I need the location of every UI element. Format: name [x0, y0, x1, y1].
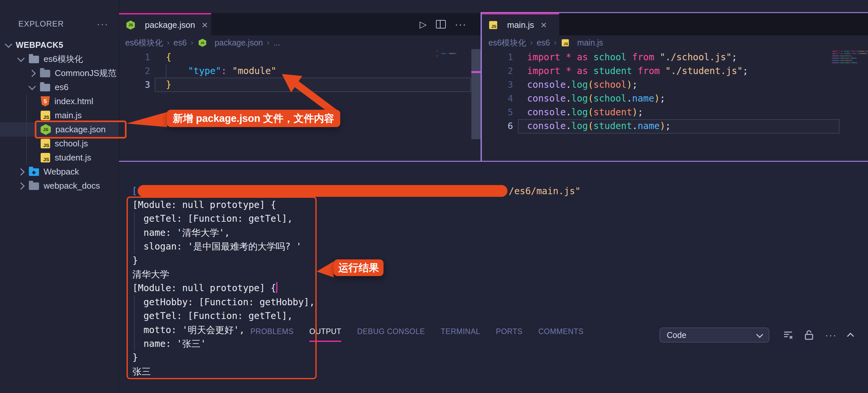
breadcrumb-item[interactable]: ... [273, 38, 280, 47]
tree-item-es6-[interactable]: es6模块化 [0, 52, 119, 66]
code-line: { [166, 51, 276, 64]
tab-label: main.js [507, 20, 534, 30]
breadcrumb-item[interactable]: es6 [174, 38, 187, 47]
code-line: console.log(student.name); [527, 119, 748, 133]
explorer-title: EXPLORER [18, 19, 64, 29]
breadcrumb-item[interactable]: JSmain.js [561, 38, 603, 47]
code-line: console.log(school); [527, 78, 748, 92]
run-icon[interactable]: ▷ [420, 19, 427, 30]
breadcrumb-item[interactable]: JSpackage.json [197, 37, 263, 48]
panel-tab-comments[interactable]: COMMENTS [538, 327, 584, 342]
folder-open-icon [29, 55, 39, 63]
clear-output-icon[interactable] [783, 330, 793, 340]
close-icon[interactable]: × [540, 19, 547, 31]
tree-item-label: Webpack [43, 167, 79, 177]
output-line: 清华大学 [132, 268, 315, 281]
panel-more-icon[interactable]: ··· [825, 329, 837, 340]
vscode-window: EXPLORER ··· WEBPACK5es6模块化CommonJS规范es6… [0, 0, 868, 393]
split-editor-icon[interactable] [436, 20, 446, 29]
code-line: import * as student from "./student.js"; [527, 64, 748, 78]
breadcrumb-separator: › [554, 38, 557, 47]
breadcrumb-item[interactable]: es6 [536, 38, 550, 47]
explorer-header: EXPLORER ··· [0, 17, 119, 31]
output-script-path: /es6/main.js" [509, 186, 581, 197]
chevron-right-icon [29, 69, 36, 77]
panel-controls: Code ··· [659, 327, 853, 342]
line-number: 3 [482, 78, 513, 92]
tree-item-webpack[interactable]: ◆Webpack [0, 165, 119, 179]
editor-actions: ▷ ··· [420, 13, 467, 35]
folder-icon [29, 182, 39, 190]
annotation-rect-package-json [35, 121, 127, 138]
minimap[interactable]: { "type": "module"} [437, 50, 456, 57]
chevron-down-icon [756, 331, 763, 338]
output-line: getTel: [Function: getTel], [132, 309, 315, 323]
scrollbar-modified-marker [471, 71, 480, 73]
chevron-up-icon[interactable] [847, 332, 854, 339]
output-line: getHobby: [Function: getHobby], [132, 295, 315, 309]
node-icon: JS [199, 39, 206, 47]
breadcrumb: es6模块化›es6›JSmain.js [488, 35, 603, 50]
tree-item-label: es6 [55, 82, 68, 92]
js-icon: JS [561, 39, 569, 46]
tree-item-es6[interactable]: es6 [0, 80, 119, 94]
output-channel-dropdown[interactable]: Code [659, 327, 769, 342]
editor-main-js[interactable]: import * as school from "./school.js";im… [527, 51, 748, 133]
tree-item-webpack_docs[interactable]: webpack_docs [0, 179, 119, 193]
chevron-right-icon [18, 182, 25, 190]
output-line: [Module: null prototype] { [132, 198, 315, 212]
breadcrumb-separator: › [267, 38, 270, 47]
output-line: slogan: '是中国最难考的大学吗? ' [132, 240, 315, 254]
line-number: 3 [119, 78, 150, 92]
breadcrumb-item[interactable]: es6模块化 [488, 37, 526, 48]
dropdown-value: Code [667, 330, 757, 340]
minimap[interactable]: import * as school from "./school.js";im… [832, 50, 868, 64]
tab-label: package.json [145, 20, 195, 30]
file-note-pointer [127, 112, 167, 127]
breadcrumb-separator: › [167, 38, 169, 47]
code-line: } [166, 78, 276, 92]
line-number: 1 [482, 51, 513, 64]
breadcrumb-item[interactable]: es6模块化 [125, 37, 163, 48]
tree-indent-guide [26, 94, 27, 165]
panel-top-border[interactable] [119, 161, 868, 162]
tree-item-label: main.js [55, 110, 82, 121]
output-line: name: '清华大学', [132, 226, 315, 240]
tab-main-js[interactable]: JS main.js × [482, 13, 559, 35]
tab-package-json[interactable]: JS package.json × [119, 13, 211, 35]
breadcrumb: es6模块化›es6›JSpackage.json›... [125, 35, 280, 50]
editor-package-json[interactable]: { "type": "module"} [166, 51, 276, 92]
tree-item-index-html[interactable]: 5index.html [0, 94, 119, 108]
code-line: "type": "module" [166, 64, 276, 78]
chevron-down-icon [5, 40, 12, 48]
panel-tab-debug-console[interactable]: DEBUG CONSOLE [357, 327, 425, 342]
close-icon[interactable]: × [202, 19, 208, 31]
output-line: } [132, 351, 315, 364]
output-line: } [132, 254, 315, 268]
chevron-down-icon [29, 83, 36, 90]
chevron-right-icon [18, 168, 25, 175]
tree-item-student-js[interactable]: JSstudent.js [0, 151, 119, 165]
tree-root-webpack5[interactable]: WEBPACK5 [0, 38, 119, 52]
scrollbar[interactable] [471, 49, 480, 139]
code-line: import * as school from "./school.js"; [527, 51, 748, 64]
panel-tab-terminal[interactable]: TERMINAL [441, 327, 480, 342]
more-actions-icon[interactable]: ··· [455, 19, 467, 30]
unlock-icon[interactable] [804, 330, 814, 340]
line-number: 6 [482, 119, 513, 133]
output-first-line: [ /es6/main.js" [132, 185, 581, 197]
tree-item-school-js[interactable]: JSschool.js [0, 137, 119, 151]
explorer-more-icon[interactable]: ··· [97, 18, 108, 30]
output-line: name: '张三' [132, 337, 315, 351]
annotation-file-note: 新增 package.json 文件，文件内容 [167, 110, 340, 127]
code-line: console.log(student); [527, 105, 748, 119]
tree-item-commonjs-[interactable]: CommonJS规范 [0, 66, 119, 80]
explorer-sidebar: EXPLORER ··· WEBPACK5es6模块化CommonJS规范es6… [0, 0, 119, 393]
output-console-text[interactable]: [Module: null prototype] { getTel: [Func… [132, 198, 315, 379]
line-number: 4 [482, 92, 513, 105]
tree-item-label: index.html [54, 96, 93, 106]
tree-item-label: CommonJS规范 [55, 67, 116, 79]
panel-tab-ports[interactable]: PORTS [496, 327, 523, 342]
js-icon: JS [489, 21, 497, 29]
chevron-down-icon [18, 54, 25, 62]
